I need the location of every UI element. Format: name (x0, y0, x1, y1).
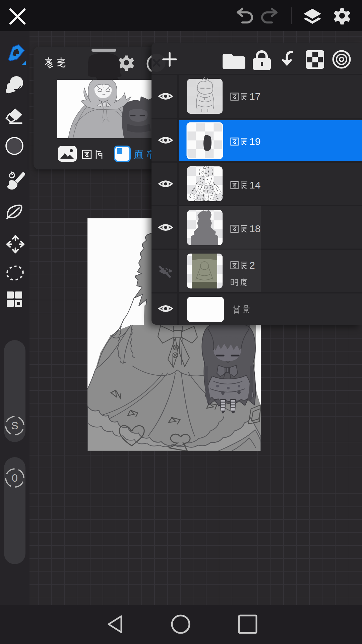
svg-text:S: S (11, 420, 18, 432)
svg-text:0: 0 (12, 472, 18, 484)
svg-text:2: 2 (249, 260, 255, 271)
svg-text:19: 19 (249, 136, 260, 147)
svg-text:18: 18 (249, 223, 260, 234)
svg-text:17: 17 (249, 91, 260, 102)
svg-text:14: 14 (249, 179, 260, 191)
